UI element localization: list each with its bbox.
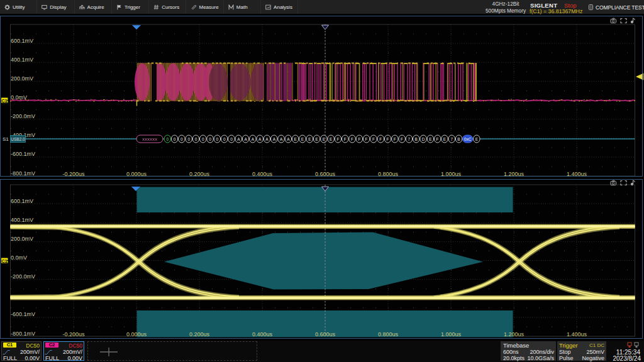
svg-text:-600.1mV: -600.1mV	[11, 151, 35, 157]
svg-text:0xC: 0xC	[464, 137, 472, 141]
svg-text:0.200us: 0.200us	[189, 171, 210, 177]
svg-text:0.400us: 0.400us	[252, 171, 273, 177]
svg-text:7: 7	[408, 137, 411, 141]
svg-text:1.400us: 1.400us	[567, 171, 587, 177]
svg-text:0: 0	[216, 137, 219, 141]
svg-text:0: 0	[166, 137, 169, 141]
svg-text:F: F	[401, 137, 403, 141]
svg-text:600.1mV: 600.1mV	[11, 198, 33, 204]
svg-text:600.1mV: 600.1mV	[11, 38, 33, 44]
svg-text:F: F	[379, 137, 382, 141]
svg-text:-200.0mV: -200.0mV	[11, 273, 35, 280]
svg-text:A: A	[265, 137, 269, 141]
svg-text:0: 0	[209, 137, 211, 141]
svg-text:USB2.0: USB2.0	[11, 137, 25, 141]
svg-text:-800.1mV: -800.1mV	[11, 170, 35, 177]
svg-text:C1: C1	[1, 258, 8, 264]
svg-text:F: F	[365, 137, 368, 141]
svg-text:400.1mV: 400.1mV	[11, 217, 33, 223]
svg-text:F: F	[387, 137, 389, 141]
svg-text:0: 0	[195, 137, 197, 141]
svg-text:0: 0	[230, 137, 233, 141]
svg-text:B: B	[415, 137, 418, 141]
svg-text:E: E	[301, 137, 304, 141]
svg-text:1.000us: 1.000us	[441, 331, 462, 337]
svg-text:1.200us: 1.200us	[504, 171, 525, 177]
svg-text:A: A	[280, 137, 283, 141]
svg-text:400.1mV: 400.1mV	[11, 57, 33, 63]
svg-text:A: A	[237, 137, 240, 141]
svg-text:E: E	[429, 137, 432, 141]
svg-text:0.800us: 0.800us	[378, 171, 399, 177]
svg-text:F: F	[337, 137, 340, 141]
svg-text:1.200us: 1.200us	[504, 331, 525, 337]
svg-text:F: F	[351, 137, 353, 141]
svg-text:0: 0	[202, 137, 204, 141]
svg-text:F: F	[372, 137, 375, 141]
svg-text:C1: C1	[1, 98, 8, 104]
svg-text:E: E	[308, 137, 311, 141]
svg-text:F: F	[436, 137, 439, 141]
svg-text:F: F	[394, 137, 396, 141]
svg-text:0.0mV: 0.0mV	[11, 255, 27, 261]
svg-text:E: E	[443, 137, 447, 141]
svg-text:0.200us: 0.200us	[189, 331, 210, 337]
svg-text:XXXXXX: XXXXXX	[142, 138, 157, 141]
svg-text:F: F	[344, 137, 347, 141]
svg-text:-800.1mV: -800.1mV	[11, 331, 35, 337]
svg-text:-0.200us: -0.200us	[62, 171, 85, 177]
svg-text:0.000us: 0.000us	[126, 331, 147, 337]
svg-text:0.600us: 0.600us	[315, 331, 336, 337]
svg-text:-600.1mV: -600.1mV	[11, 311, 35, 317]
svg-text:-0.200us: -0.200us	[62, 331, 85, 337]
svg-text:E: E	[475, 137, 479, 141]
svg-text:A: A	[258, 137, 262, 141]
svg-text:200.0mV: 200.0mV	[11, 75, 33, 82]
svg-text:0: 0	[187, 137, 190, 141]
svg-text:1.400us: 1.400us	[567, 331, 587, 337]
svg-text:A: A	[244, 137, 247, 141]
svg-text:F: F	[358, 137, 360, 141]
svg-text:A: A	[252, 137, 255, 141]
svg-text:E: E	[330, 137, 333, 141]
svg-text:0: 0	[180, 137, 183, 141]
svg-text:B: B	[457, 137, 460, 141]
svg-text:0.0mV: 0.0mV	[11, 94, 27, 101]
svg-text:0: 0	[223, 137, 226, 141]
svg-text:E: E	[294, 137, 297, 141]
svg-text:0.800us: 0.800us	[378, 331, 399, 337]
svg-text:D: D	[422, 137, 425, 141]
svg-text:7: 7	[450, 137, 453, 141]
svg-text:0.000us: 0.000us	[126, 171, 147, 177]
svg-text:0: 0	[174, 137, 176, 141]
svg-text:-200.0mV: -200.0mV	[11, 113, 35, 119]
svg-text:S1: S1	[3, 136, 9, 142]
svg-text:A: A	[287, 137, 290, 141]
svg-text:1.000us: 1.000us	[441, 171, 462, 177]
svg-text:A: A	[273, 137, 276, 141]
svg-text:E: E	[315, 137, 318, 141]
svg-text:0.400us: 0.400us	[252, 331, 273, 337]
svg-text:200.0mV: 200.0mV	[11, 236, 33, 242]
